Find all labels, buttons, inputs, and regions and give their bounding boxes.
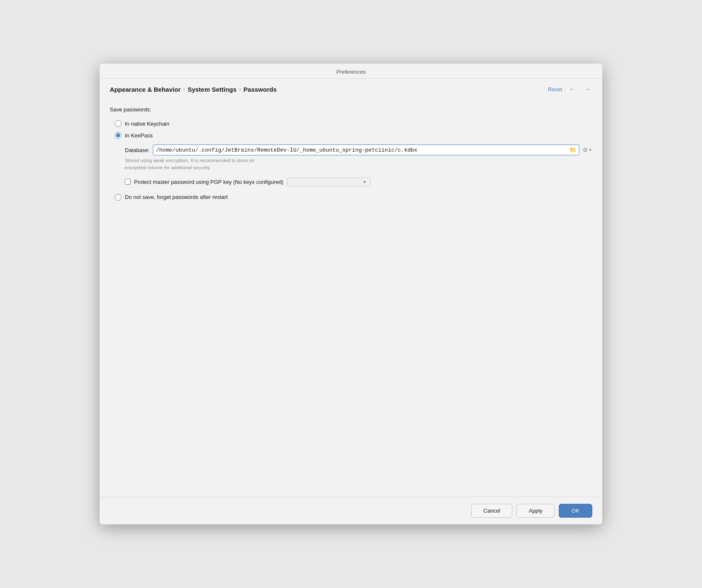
radio-keepass-label: In KeePass [125,132,153,139]
database-row: Database: 📁 ⚙ ▼ [125,144,592,155]
pgp-dropdown-arrow-icon: ▼ [363,180,367,184]
database-label: Database: [125,147,150,153]
save-passwords-label: Save passwords: [110,106,592,113]
radio-native-label: In native Keychain [125,121,169,127]
breadcrumb-sep1: › [183,86,185,93]
apply-button[interactable]: Apply [516,504,555,518]
radio-do-not-save[interactable]: Do not save, forget passwords after rest… [110,191,592,203]
database-input-wrapper: 📁 [153,144,579,155]
gear-dropdown[interactable]: ⚙ ▼ [583,147,592,153]
radio-forget-label: Do not save, forget passwords after rest… [125,194,228,200]
header: Appearance & Behavior › System Settings … [100,79,602,98]
radio-native-input[interactable] [115,120,121,127]
encryption-warning: Stored using weak encryption. It is reco… [125,157,592,172]
back-button[interactable]: ← [567,85,577,94]
breadcrumb-part3: Passwords [243,86,276,93]
password-save-options: In native Keychain In KeePass Database: … [110,118,592,203]
content-area: Save passwords: In native Keychain In Ke… [100,98,602,497]
radio-keepass[interactable]: In KeePass [110,129,592,141]
pgp-checkbox[interactable] [125,179,131,185]
header-controls: Reset ← → [548,85,592,94]
breadcrumb-part1: Appearance & Behavior [110,86,181,93]
title-bar: Preferences [100,64,602,79]
pgp-key-dropdown[interactable]: ▼ [287,178,371,186]
preferences-dialog: Preferences Appearance & Behavior › Syst… [100,64,602,524]
pgp-row: Protect master password using PGP key (N… [125,178,592,186]
warning-line2: encrypted volume for additional security… [125,165,211,170]
radio-native-keychain[interactable]: In native Keychain [110,118,592,129]
pgp-label: Protect master password using PGP key (N… [134,179,284,185]
database-input[interactable] [156,147,568,153]
keepass-section: Database: 📁 ⚙ ▼ Stored using weak encryp… [125,144,592,188]
breadcrumb-part2: System Settings [188,86,237,93]
footer: Cancel Apply OK [100,497,602,524]
radio-keepass-input[interactable] [115,132,121,139]
ok-button[interactable]: OK [559,504,592,518]
gear-icon[interactable]: ⚙ [583,147,588,153]
warning-line1: Stored using weak encryption. It is reco… [125,158,254,163]
window-title: Preferences [336,69,366,75]
cancel-button[interactable]: Cancel [471,504,512,518]
reset-button[interactable]: Reset [548,86,562,93]
folder-icon[interactable]: 📁 [569,147,576,153]
breadcrumb-sep2: › [239,86,241,93]
breadcrumb: Appearance & Behavior › System Settings … [110,86,277,93]
radio-forget-input[interactable] [115,194,121,201]
forward-button[interactable]: → [582,85,592,94]
gear-chevron-icon[interactable]: ▼ [588,148,592,152]
